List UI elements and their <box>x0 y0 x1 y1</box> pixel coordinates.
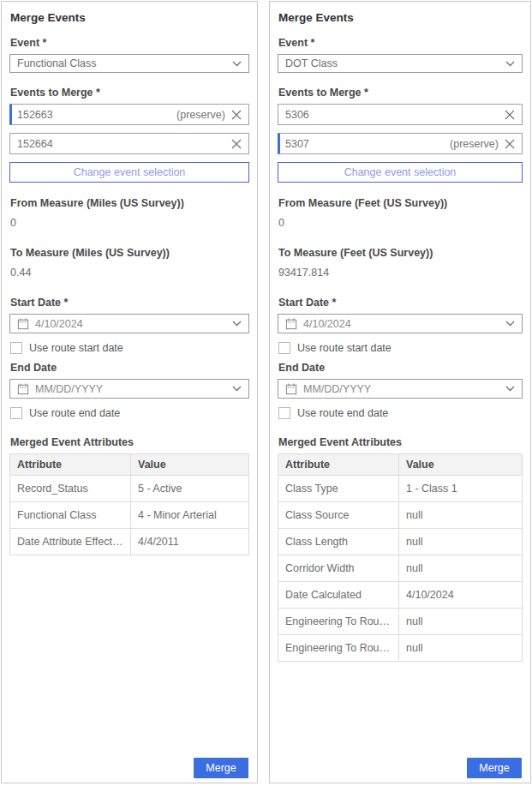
event-label: Event * <box>278 37 523 49</box>
merged-event-attributes-label: Merged Event Attributes <box>10 436 249 448</box>
use-route-start-date-row: Use route start date <box>278 341 523 355</box>
use-route-end-date-label: Use route end date <box>29 407 120 419</box>
attribute-name: Engineering To Route ... <box>278 635 399 662</box>
attribute-value: null <box>399 555 523 582</box>
event-select[interactable]: DOT Class <box>278 54 523 73</box>
column-header-value: Value <box>131 454 249 476</box>
attribute-value: null <box>399 635 523 662</box>
event-id-value: 152664 <box>17 138 225 150</box>
attribute-value: null <box>399 502 523 529</box>
merge-button[interactable]: Merge <box>194 758 248 778</box>
table-row: Class Source null <box>278 502 523 529</box>
merge-button[interactable]: Merge <box>467 758 522 778</box>
close-icon[interactable] <box>231 110 242 120</box>
use-route-start-date-row: Use route start date <box>10 341 249 355</box>
chevron-down-icon <box>505 386 515 392</box>
table-row: Class Length null <box>278 529 523 555</box>
event-select-value: DOT Class <box>285 57 500 69</box>
to-measure-label: To Measure (Feet (US Survey)) <box>278 247 523 259</box>
start-date-value: 4/10/2024 <box>303 318 500 330</box>
use-route-end-date-checkbox[interactable] <box>10 407 22 419</box>
attribute-name: Corridor Width <box>278 555 399 582</box>
event-id-field[interactable]: 152664 <box>9 133 249 154</box>
end-date-label: End Date <box>278 362 523 374</box>
attribute-name: Date Attribute Effective <box>10 529 131 555</box>
merge-events-screen: Merge Events Event * Functional Class Ev… <box>0 0 532 786</box>
to-measure-value: 0.44 <box>10 267 249 279</box>
chevron-down-icon <box>232 321 242 327</box>
event-select-value: Functional Class <box>17 57 227 69</box>
table-row: Functional Class 4 - Minor Arterial <box>10 502 249 529</box>
attribute-value: 1 - Class 1 <box>399 476 523 502</box>
end-date-placeholder: MM/DD/YYYY <box>303 383 500 395</box>
table-row: Date Attribute Effective 4/4/2011 <box>10 529 249 555</box>
attribute-value: 4/10/2024 <box>399 582 523 609</box>
end-date-placeholder: MM/DD/YYYY <box>35 383 227 395</box>
to-measure-value: 93417.814 <box>278 267 523 279</box>
start-date-select[interactable]: 4/10/2024 <box>278 314 523 333</box>
close-icon[interactable] <box>505 139 515 149</box>
from-measure-label: From Measure (Miles (US Survey)) <box>10 197 249 209</box>
event-id-field[interactable]: 5306 <box>278 104 523 125</box>
from-measure-value: 0 <box>278 217 523 229</box>
to-measure-label: To Measure (Miles (US Survey)) <box>10 247 249 259</box>
from-measure-value: 0 <box>10 217 249 229</box>
attribute-value: 5 - Active <box>131 476 249 502</box>
change-event-selection-button[interactable]: Change event selection <box>278 162 523 183</box>
attribute-name: Date Calculated <box>278 582 399 609</box>
event-id-field[interactable]: 152663 (preserve) <box>9 104 249 125</box>
start-date-select[interactable]: 4/10/2024 <box>9 314 249 333</box>
attributes-table: Attribute Value Class Type 1 - Class 1 C… <box>278 453 523 662</box>
preserve-tag: (preserve) <box>176 109 225 121</box>
column-header-attribute: Attribute <box>10 454 131 476</box>
attribute-value: null <box>399 609 523 635</box>
table-row: Engineering To Route ... null <box>278 635 523 662</box>
merge-events-panel-right: Merge Events Event * DOT Class Events to… <box>269 1 531 783</box>
event-id-value: 5306 <box>285 109 499 121</box>
attribute-value: 4 - Minor Arterial <box>131 502 249 529</box>
attribute-name: Class Source <box>278 502 399 529</box>
column-header-value: Value <box>399 454 523 476</box>
event-id-value: 152663 <box>17 109 176 121</box>
column-header-attribute: Attribute <box>278 454 399 476</box>
chevron-down-icon <box>232 61 242 67</box>
end-date-label: End Date <box>10 362 249 374</box>
merge-events-panel-left: Merge Events Event * Functional Class Ev… <box>1 1 258 783</box>
preserve-tag: (preserve) <box>450 138 499 150</box>
chevron-down-icon <box>505 321 515 327</box>
attribute-value: 4/4/2011 <box>131 529 249 555</box>
use-route-start-date-checkbox[interactable] <box>278 342 290 354</box>
use-route-start-date-label: Use route start date <box>297 342 392 354</box>
end-date-select[interactable]: MM/DD/YYYY <box>278 379 523 399</box>
page-title: Merge Events <box>278 11 523 24</box>
page-title: Merge Events <box>10 11 249 24</box>
attribute-name: Class Length <box>278 529 399 555</box>
use-route-start-date-checkbox[interactable] <box>10 342 22 354</box>
events-to-merge-label: Events to Merge * <box>10 87 249 99</box>
start-date-label: Start Date * <box>278 297 523 309</box>
change-event-selection-button[interactable]: Change event selection <box>9 162 249 183</box>
table-header-row: Attribute Value <box>278 454 523 476</box>
close-icon[interactable] <box>231 139 242 149</box>
start-date-value: 4/10/2024 <box>35 318 227 330</box>
use-route-end-date-checkbox[interactable] <box>278 407 290 419</box>
close-icon[interactable] <box>505 110 515 120</box>
event-label: Event * <box>10 37 249 49</box>
attribute-name: Functional Class <box>10 502 131 529</box>
attribute-name: Record_Status <box>10 476 131 502</box>
attributes-table: Attribute Value Record_Status 5 - Active… <box>9 453 249 555</box>
table-row: Class Type 1 - Class 1 <box>278 476 523 502</box>
chevron-down-icon <box>505 61 515 67</box>
attribute-name: Class Type <box>278 476 399 502</box>
calendar-icon <box>17 318 29 330</box>
event-id-value: 5307 <box>285 138 450 150</box>
end-date-select[interactable]: MM/DD/YYYY <box>9 379 249 399</box>
start-date-label: Start Date * <box>10 297 249 309</box>
table-row: Date Calculated 4/10/2024 <box>278 582 523 609</box>
calendar-icon <box>17 383 29 395</box>
event-id-field[interactable]: 5307 (preserve) <box>278 133 523 154</box>
use-route-end-date-row: Use route end date <box>10 406 249 420</box>
use-route-end-date-row: Use route end date <box>278 406 523 420</box>
event-select[interactable]: Functional Class <box>9 54 249 73</box>
merged-event-attributes-label: Merged Event Attributes <box>278 436 523 448</box>
